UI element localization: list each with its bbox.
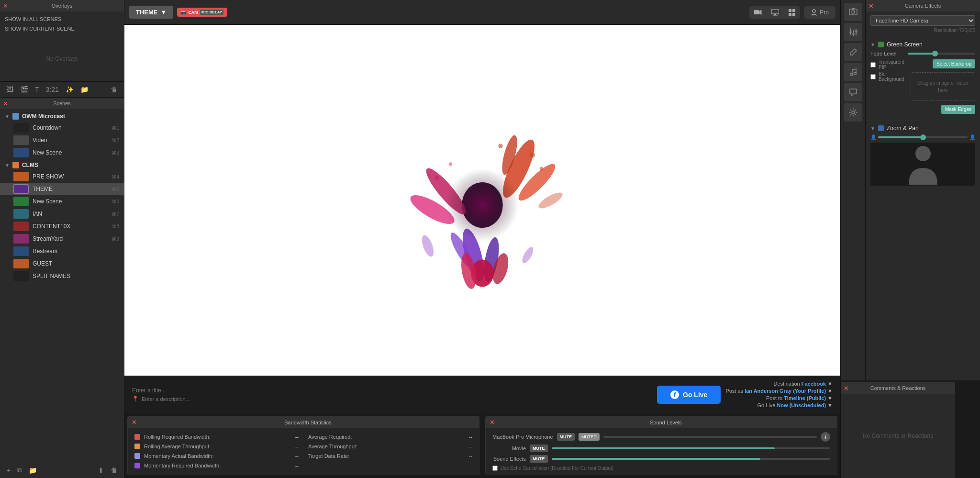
overlays-header: ✕ Overlays bbox=[0, 0, 124, 11]
svg-rect-36 bbox=[856, 29, 857, 35]
zoom-slider-thumb[interactable] bbox=[920, 134, 926, 140]
chat-btn[interactable] bbox=[844, 83, 862, 101]
add-image-overlay-btn[interactable]: 🖼 bbox=[5, 85, 15, 94]
blur-bg-checkbox[interactable] bbox=[870, 74, 876, 79]
duplicate-scene-btn[interactable]: ⧉ bbox=[15, 465, 24, 475]
bw-right-value-0: -- bbox=[469, 434, 472, 440]
zoom-slider[interactable] bbox=[878, 136, 968, 138]
drop-area-text: Drag an image or video here bbox=[918, 80, 968, 93]
backdrop-drop-area: Drag an image or video here bbox=[911, 72, 975, 101]
center-area: THEME ▼ 📷 CAM MIC DELAY Pro bbox=[124, 0, 840, 478]
comments-header: ✕ Comments & Reactions bbox=[841, 382, 955, 394]
audio-mixer-btn[interactable] bbox=[844, 23, 862, 41]
scene-item-streamyard[interactable]: StreamYard ⌘9 bbox=[0, 233, 124, 245]
camera-select-dropdown[interactable]: FaceTime HD Camera bbox=[870, 15, 975, 26]
scene-item-guest[interactable]: GUEST bbox=[0, 257, 124, 270]
echo-cancel-checkbox[interactable] bbox=[492, 466, 498, 471]
video-mode-btn[interactable] bbox=[749, 7, 767, 18]
mic-add-source-btn[interactable]: + bbox=[821, 432, 830, 442]
scene-item-video[interactable]: Video ⌘2 bbox=[0, 134, 124, 146]
svg-rect-0 bbox=[754, 10, 759, 14]
timer-overlay-btn[interactable]: 3:21 bbox=[44, 85, 61, 94]
blur-bg-label: Blur Background bbox=[879, 71, 908, 82]
bw-dot-2 bbox=[134, 453, 140, 459]
add-video-overlay-btn[interactable]: 🎬 bbox=[18, 85, 30, 94]
split-names-thumb bbox=[13, 271, 29, 281]
go-live-button[interactable]: f Go Live bbox=[657, 386, 721, 404]
overlays-close-btn[interactable]: ✕ bbox=[3, 2, 8, 10]
mic-slider[interactable] bbox=[603, 436, 817, 438]
zoom-pan-title: Zoom & Pan bbox=[887, 125, 919, 132]
camera-preview bbox=[870, 143, 975, 186]
movie-mute-btn[interactable]: MUTE bbox=[530, 445, 548, 452]
bandwidth-title: Bandwidth Statistics bbox=[141, 420, 475, 425]
bw-right-value-1: -- bbox=[469, 444, 472, 449]
scene-item-new-scene-clms[interactable]: New Scene ⌘6 bbox=[0, 195, 124, 208]
scene-item-content10x[interactable]: CONTENT10X ⌘8 bbox=[0, 220, 124, 233]
effects-overlay-btn[interactable]: ✨ bbox=[64, 85, 76, 94]
movie-slider[interactable] bbox=[552, 447, 831, 449]
theme-shortcut: ⌘5 bbox=[111, 187, 119, 192]
effects-slider[interactable] bbox=[552, 458, 831, 460]
export-scene-btn[interactable]: ⬆ bbox=[96, 466, 106, 475]
scene-group-clms-header[interactable]: ▼ CLMS bbox=[0, 160, 124, 170]
music-btn[interactable] bbox=[844, 63, 862, 81]
bw-row-1: Rolling Average Throughput: -- bbox=[134, 443, 299, 450]
scene-item-pre-show[interactable]: PRE SHOW ⌘4 bbox=[0, 170, 124, 183]
bw-label-0: Rolling Required Bandwidth: bbox=[144, 434, 291, 440]
go-live-time-arrow: ▼ bbox=[827, 402, 833, 408]
mic-mute-btn[interactable]: MUTE bbox=[557, 433, 575, 441]
fade-level-slider[interactable] bbox=[908, 53, 975, 55]
show-in-current-scene-btn[interactable]: SHOW IN CURRENT SCENE bbox=[5, 25, 119, 33]
comments-close-btn[interactable]: ✕ bbox=[844, 385, 849, 392]
bottom-panels-row: ✕ Bandwidth Statistics Rolling Required … bbox=[124, 413, 840, 478]
edit-btn[interactable] bbox=[844, 43, 862, 61]
scene-item-ian[interactable]: IAN ⌘7 bbox=[0, 208, 124, 220]
go-live-time-value: Now (Unscheduled) bbox=[777, 402, 826, 408]
camera-effects-panel: ✕ Camera Effects FaceTime HD Camera Reso… bbox=[865, 0, 980, 380]
sound-close-btn[interactable]: ✕ bbox=[490, 419, 495, 426]
scene-item-restream[interactable]: Restream bbox=[0, 245, 124, 257]
camera-effects-close-btn[interactable]: ✕ bbox=[869, 2, 874, 10]
transparent-pip-checkbox[interactable] bbox=[870, 62, 876, 67]
pro-button[interactable]: Pro bbox=[804, 6, 835, 19]
svg-point-41 bbox=[854, 73, 856, 75]
monitor-mode-btn[interactable] bbox=[767, 6, 784, 19]
delete-scene-btn[interactable]: 🗑 bbox=[109, 466, 119, 475]
fade-slider-thumb[interactable] bbox=[932, 51, 938, 56]
stream-desc-input[interactable] bbox=[142, 396, 652, 402]
show-in-all-scenes-btn[interactable]: SHOW IN ALL SCENES bbox=[5, 15, 119, 23]
scene-item-theme[interactable]: THEME ⌘5 bbox=[0, 183, 124, 195]
settings-btn[interactable] bbox=[844, 103, 862, 122]
green-screen-section: ▼ Green Screen Fade Level Transp bbox=[866, 37, 980, 121]
scene-group-owm-header[interactable]: ▼ OWM Microcast bbox=[0, 111, 124, 122]
green-screen-title-row: ▼ Green Screen bbox=[870, 41, 975, 48]
scenes-close-btn[interactable]: ✕ bbox=[3, 100, 8, 107]
svg-rect-4 bbox=[773, 15, 778, 16]
sound-header: ✕ Sound Levels bbox=[486, 416, 837, 428]
delete-overlay-btn[interactable]: 🗑 bbox=[109, 85, 119, 94]
scene-item-countdown[interactable]: Countdown ⌘1 bbox=[0, 122, 124, 134]
effects-mute-btn[interactable]: MUTE bbox=[530, 455, 548, 463]
post-as-value: Ian Anderson Gray (Your Profile) bbox=[745, 388, 826, 394]
facebook-icon: f bbox=[670, 390, 679, 399]
svg-point-29 bbox=[420, 233, 436, 258]
screenshot-btn[interactable] bbox=[844, 3, 862, 21]
theme-button[interactable]: THEME ▼ bbox=[129, 6, 173, 19]
camera-select-row: FaceTime HD Camera bbox=[870, 15, 975, 26]
add-folder-scene-btn[interactable]: 📁 bbox=[27, 466, 39, 475]
add-folder-overlay-btn[interactable]: 📁 bbox=[78, 85, 90, 94]
grid-mode-btn[interactable] bbox=[784, 6, 800, 19]
bandwidth-close-btn[interactable]: ✕ bbox=[132, 419, 137, 426]
content10x-thumb bbox=[13, 222, 29, 231]
mask-edges-btn[interactable]: Mask Edges bbox=[941, 105, 975, 114]
cam-delay-button[interactable]: 📷 CAM MIC DELAY bbox=[177, 8, 227, 17]
bw-dot-1 bbox=[134, 444, 140, 449]
add-text-overlay-btn[interactable]: T bbox=[33, 85, 41, 94]
scene-item-new-scene-owm[interactable]: New Scene ⌘3 bbox=[0, 146, 124, 159]
add-scene-btn[interactable]: + bbox=[5, 466, 12, 475]
scene-item-split-names[interactable]: SPLIT NAMES bbox=[0, 270, 124, 282]
streamyard-shortcut: ⌘9 bbox=[111, 236, 119, 242]
select-backdrop-btn[interactable]: Select Backdrop bbox=[933, 59, 975, 68]
stream-title-input[interactable] bbox=[132, 387, 652, 394]
